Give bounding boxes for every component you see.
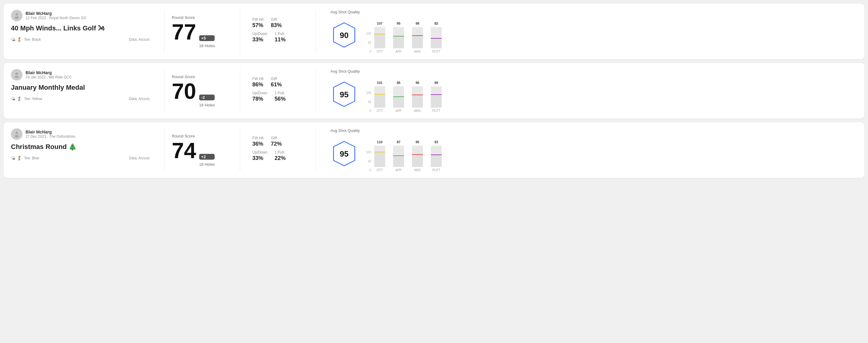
bar-fill bbox=[374, 95, 385, 107]
y-axis: 100 50 0 bbox=[364, 91, 371, 113]
bar-axis-label: APP bbox=[396, 168, 402, 172]
weather-icon: 🌤 bbox=[11, 37, 15, 42]
bar-value-label: 107 bbox=[377, 22, 382, 27]
divider-1 bbox=[164, 128, 164, 172]
oneputt-stat: 1 Putt 11% bbox=[275, 32, 285, 43]
updown-label: Up/Down bbox=[252, 150, 267, 154]
oneputt-label: 1 Putt bbox=[275, 150, 285, 154]
tee-label: Tee: Black bbox=[24, 37, 41, 42]
tee-label: Tee: Yellow bbox=[24, 97, 42, 101]
divider-1 bbox=[164, 10, 164, 53]
weather-icon: 🌤 bbox=[11, 96, 15, 101]
avatar bbox=[11, 128, 23, 140]
bar-line bbox=[431, 94, 442, 95]
quality-section: Avg Shot Quality 95 bbox=[323, 69, 857, 113]
hexagon: 90 bbox=[331, 21, 358, 49]
bar-axis-label: PUTT bbox=[432, 109, 440, 113]
bar-value-label: 93 bbox=[434, 140, 438, 145]
bar-col-ott: 107 OTT bbox=[373, 22, 386, 53]
tee-info: 🌤 🏌 Tee: Blue bbox=[11, 156, 39, 161]
tee-footer: 🌤 🏌 Tee: Yellow Data: Arccos bbox=[11, 96, 150, 101]
bar-axis-label: ARG bbox=[414, 109, 421, 113]
round-card-1[interactable]: Blair McHarg 12 Feb 2022 · Royal North D… bbox=[4, 4, 864, 59]
round-card-3[interactable]: Blair McHarg 27 Dec 2021 · The Oxfordshi… bbox=[4, 122, 864, 178]
avatar bbox=[11, 10, 23, 21]
bar-axis-label: PUTT bbox=[432, 50, 440, 53]
bar-axis-label: OTT bbox=[377, 168, 383, 172]
oneputt-value: 22% bbox=[275, 155, 285, 161]
bar-line bbox=[374, 34, 385, 34]
score-holes: 18 Holes bbox=[199, 162, 215, 167]
score-label: Round Score bbox=[172, 15, 232, 20]
svg-point-5 bbox=[14, 76, 19, 78]
hexagon: 95 bbox=[331, 81, 358, 108]
bag-icon: 🏌 bbox=[17, 96, 22, 101]
y-axis: 100 50 0 bbox=[364, 151, 371, 172]
bar-axis-label: ARG bbox=[414, 50, 421, 53]
bar-wrapper bbox=[431, 27, 442, 48]
updown-value: 78% bbox=[252, 96, 267, 102]
fw-hit-label: FW Hit bbox=[252, 76, 264, 81]
bar-axis-label: APP bbox=[396, 50, 402, 53]
bar-value-label: 110 bbox=[377, 140, 382, 145]
bar-line bbox=[431, 38, 442, 39]
gir-stat: GIR 61% bbox=[271, 76, 282, 88]
stat-row-bottom: Up/Down 78% 1 Putt 56% bbox=[252, 91, 308, 102]
bar-fill bbox=[412, 95, 423, 107]
bar-col-ott: 110 OTT bbox=[373, 140, 386, 172]
hexagon: 95 bbox=[331, 140, 358, 167]
round-info-section: Blair McHarg 29 Jan 2022 · Mill Ride GCC… bbox=[11, 69, 157, 113]
bar-chart: 100 50 0 107 OTT bbox=[364, 17, 443, 53]
bar-wrapper bbox=[374, 86, 385, 107]
user-info: Blair McHarg 27 Dec 2021 · The Oxfordshi… bbox=[26, 129, 75, 139]
user-date: 29 Jan 2022 · Mill Ride GCC bbox=[26, 75, 72, 80]
stat-row-top: FW Hit 86% GIR 61% bbox=[252, 76, 308, 88]
divider-1 bbox=[164, 69, 164, 113]
stat-row-bottom: Up/Down 33% 1 Putt 22% bbox=[252, 150, 308, 161]
data-source: Data: Arccos bbox=[129, 37, 150, 42]
score-number: 77 bbox=[172, 21, 196, 43]
gir-value: 61% bbox=[271, 82, 282, 88]
score-section: Round Score 70 -2 18 Holes bbox=[172, 69, 232, 113]
stat-row-top: FW Hit 57% GIR 83% bbox=[252, 17, 308, 29]
user-header: Blair McHarg 27 Dec 2021 · The Oxfordshi… bbox=[11, 128, 150, 140]
bar-wrapper bbox=[412, 27, 423, 48]
bar-col-app: 86 APP bbox=[392, 81, 405, 113]
user-date: 27 Dec 2021 · The Oxfordshire bbox=[26, 134, 75, 139]
y-axis: 100 50 0 bbox=[364, 32, 371, 53]
tee-info: 🌤 🏌 Tee: Yellow bbox=[11, 96, 42, 101]
svg-point-4 bbox=[16, 72, 18, 75]
bar-value-label: 98 bbox=[415, 22, 419, 27]
round-card-2[interactable]: Blair McHarg 29 Jan 2022 · Mill Ride GCC… bbox=[4, 63, 864, 119]
svg-text:95: 95 bbox=[340, 149, 349, 158]
user-name: Blair McHarg bbox=[26, 70, 72, 75]
user-header: Blair McHarg 29 Jan 2022 · Mill Ride GCC bbox=[11, 69, 150, 81]
stats-section: FW Hit 57% GIR 83% Up/Down 33% 1 Putt bbox=[247, 10, 308, 53]
quality-section: Avg Shot Quality 95 bbox=[323, 128, 857, 172]
bar-value-label: 82 bbox=[434, 22, 438, 27]
gir-label: GIR bbox=[271, 17, 282, 22]
bar-value-label: 95 bbox=[415, 140, 419, 145]
bar-fill bbox=[412, 36, 423, 48]
bar-col-arg: 98 ARG bbox=[411, 22, 424, 53]
bar-line bbox=[412, 35, 423, 36]
bar-line bbox=[393, 36, 404, 36]
bar-value-label: 95 bbox=[397, 22, 400, 27]
svg-point-9 bbox=[14, 135, 19, 137]
score-number: 74 bbox=[172, 139, 196, 161]
bar-value-label: 86 bbox=[397, 81, 400, 86]
score-label: Round Score bbox=[172, 74, 232, 79]
score-row: 74 +2 18 Holes bbox=[172, 139, 232, 167]
oneputt-stat: 1 Putt 22% bbox=[275, 150, 285, 161]
oneputt-label: 1 Putt bbox=[275, 32, 285, 36]
svg-point-8 bbox=[16, 132, 18, 134]
bar-axis-label: APP bbox=[396, 109, 402, 113]
updown-value: 33% bbox=[252, 155, 267, 161]
bar-line bbox=[431, 154, 442, 155]
quality-label: Avg Shot Quality bbox=[331, 69, 443, 73]
gir-value: 72% bbox=[271, 141, 282, 147]
score-label: Round Score bbox=[172, 134, 232, 138]
quality-inner: Avg Shot Quality 90 bbox=[331, 10, 443, 53]
bar-col-ott: 101 OTT bbox=[373, 81, 386, 113]
tee-info: 🌤 🏌 Tee: Black bbox=[11, 37, 41, 42]
